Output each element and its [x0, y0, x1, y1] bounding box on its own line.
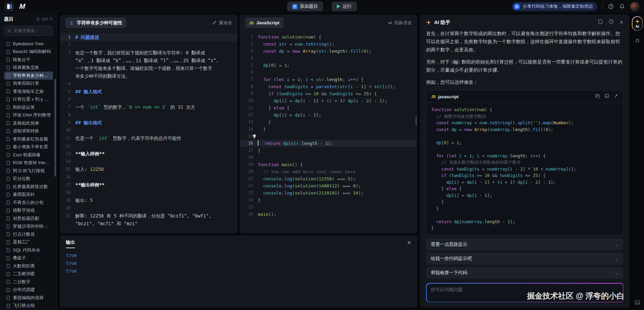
sidebar-problem-item[interactable]: 进制求和转换: [4, 127, 53, 135]
code-editor[interactable]: 1function solution(num) {2 const str = n…: [240, 31, 417, 218]
sidebar-problem-item[interactable]: 暴雨梨花针: [4, 191, 53, 199]
sidebar-problem-item[interactable]: 最小替换子串长度: [4, 143, 53, 151]
sidebar-problem-item[interactable]: 分布式团建: [4, 286, 53, 294]
output-log-line: true: [60, 259, 417, 267]
close-icon[interactable]: ✕: [619, 20, 623, 25]
sidebar-problem-item[interactable]: 简单四则计算: [4, 80, 53, 88]
sidebar-problem-item[interactable]: 二分数字: [4, 278, 53, 286]
sidebar-problem-item[interactable]: 环状 DNA 序列整理: [4, 111, 53, 120]
problem-item-label: 阿 D 的飞行路线: [13, 168, 45, 174]
sidebar-problem-item[interactable]: Bytedance Tree: [4, 40, 53, 48]
code-token: length: [327, 77, 343, 82]
send-icon[interactable]: [614, 293, 620, 300]
code-token: dp: [283, 141, 288, 146]
ai-chat-message-area[interactable]: 首先，在计算两个数字组成的两位数时，可以避免每次都进行字符串转换和数字解析操作。…: [421, 29, 629, 235]
code-token: .: [487, 120, 490, 125]
sidebar-problem-item[interactable]: 穿越沙漠的补给次数: [4, 223, 53, 231]
sidebar-problem-item[interactable]: 比赛最高获胜次数: [4, 183, 53, 191]
notifications-bell-icon[interactable]: [619, 3, 625, 9]
description-editor[interactable]: 1# 问题描述23给定一个数字，我们按照如下规则把它翻译为字符串: 0 翻译成“…: [60, 31, 237, 228]
magic-wand-icon[interactable]: [614, 94, 618, 100]
line-number: [60, 220, 75, 228]
history-icon[interactable]: [609, 19, 614, 26]
user-avatar[interactable]: [630, 2, 639, 11]
chat-input[interactable]: [431, 287, 619, 299]
output-tab[interactable]: 输出: [66, 239, 75, 246]
code-token: const: [431, 166, 456, 172]
language-tab[interactable]: JS JavaScript: [245, 18, 283, 28]
bottom-panel-toggle-icon[interactable]: [635, 300, 640, 307]
run-button[interactable]: 运行: [332, 2, 357, 11]
close-icon[interactable]: ✕: [407, 240, 411, 246]
sidebar-problem-item[interactable]: 二叉树供暖: [4, 270, 53, 278]
sidebar-problem-item[interactable]: SQL 代码补全: [4, 246, 53, 254]
sidebar-problem-item[interactable]: 阿 D 的飞行路线: [4, 167, 53, 175]
ai-assistant-toggle[interactable]: AI: [632, 16, 643, 31]
sidebar-problem-item[interactable]: 不再贪心的小包: [4, 199, 53, 207]
run-label: 运行: [343, 3, 352, 9]
suggestion-chip[interactable]: 需要一点思路提示→: [426, 239, 623, 250]
code-token: -: [358, 98, 366, 103]
line-number: 10: [240, 97, 258, 104]
sidebar-problem-item[interactable]: 拿到最多红包金额: [4, 135, 53, 143]
sidebar-problem-item[interactable]: 和的逆运算: [4, 103, 53, 111]
description-line: 20: [60, 204, 237, 212]
code-token: =: [472, 120, 479, 125]
code-editor-panel: JS JavaScript ⇄ 切换语言 1function solution(…: [240, 15, 417, 233]
sidebar-problem-item[interactable]: 及格如此简单: [4, 119, 53, 127]
help-icon[interactable]: [608, 3, 614, 9]
copy-icon[interactable]: [595, 94, 600, 100]
sidebar-scrollbar[interactable]: [54, 79, 56, 177]
topbar: M + 添加题目 运行 ≣ 分享代码练习体验，领限量定制周边: [0, 0, 644, 13]
code-token: dp: [279, 49, 284, 54]
description-panel: 字符串有多少种可能性 重命名 1# 问题描述23给定一个数字，我们按照如下规则把…: [60, 15, 237, 233]
sidebar-problem-item[interactable]: 计算位置 x 到 y 的...: [4, 96, 53, 104]
sidebar-problem-item[interactable]: 青海湖租车之旅: [4, 87, 53, 96]
file-icon: [6, 288, 10, 292]
sidebar-problem-item[interactable]: 猜数字游戏: [4, 207, 53, 215]
debug-bug-icon[interactable]: [635, 37, 640, 45]
marscode-logo[interactable]: M: [19, 2, 25, 10]
add-file-icon: +: [292, 4, 297, 9]
search-input[interactable]: [14, 28, 50, 33]
sidebar-problem-item[interactable]: 打点计数器: [4, 230, 53, 238]
code-token: solution: [454, 107, 474, 112]
sidebar-problem-item[interactable]: 番茄编辑的选择: [4, 294, 53, 302]
code-token: 1: [485, 180, 487, 185]
promo-banner[interactable]: ≣ 分享代码练习体验，领限量定制周边: [512, 2, 597, 11]
code-token: twoDigits: [500, 173, 523, 178]
sidebar-problem-item[interactable]: 创意标题匹配: [4, 214, 53, 223]
chat-input-box[interactable]: [427, 284, 623, 302]
sidebar-problem-item[interactable]: RGB 色值转 Integer: [4, 159, 53, 167]
line-content: const twoDigits = parseInt(str[i - 1] + …: [258, 83, 395, 90]
search-box[interactable]: [4, 26, 53, 36]
sidebar-problem-item[interactable]: 字符串有多少种可能性: [4, 72, 53, 80]
lightbulb-hint-icon[interactable]: [252, 134, 256, 141]
suggestion-chip[interactable]: 帮我检查一下代码→: [426, 267, 623, 279]
sidebar-problem-item[interactable]: 百分位数: [4, 175, 53, 183]
panel-resize-handle[interactable]: [416, 117, 417, 125]
line-content: 给定一个数字，我们按照如下规则把它翻译为字符串: 0 翻译成: [75, 49, 205, 57]
add-problem-button[interactable]: + 添加题目: [287, 2, 323, 11]
code-token: -: [305, 112, 313, 118]
problem-item-label: Base32 编码和解码: [13, 49, 51, 55]
problem-title-tab[interactable]: 字符串有多少种可能性: [65, 18, 126, 28]
problem-item-label: 大数和距离: [13, 263, 35, 269]
suggestion-chip[interactable]: 给我一些代码提示吧→: [426, 253, 623, 264]
sidebar-problem-item[interactable]: 飞行棋分组: [4, 302, 53, 310]
sidebar-problem-item[interactable]: Base32 编码和解码: [4, 48, 53, 56]
app-logo-icon[interactable]: [5, 2, 14, 11]
sidebar-problem-item[interactable]: 大数和距离: [4, 262, 53, 270]
code-token: );: [551, 180, 556, 185]
sidebar-problem-item[interactable]: 链表聚集交换: [4, 64, 53, 72]
insert-code-icon[interactable]: [604, 94, 609, 100]
sidebar-problem-item[interactable]: 猫鱼分干: [4, 56, 53, 64]
new-chat-icon[interactable]: [598, 19, 603, 26]
sidebar-problem-item[interactable]: Cion 勒索病毒: [4, 151, 53, 159]
rename-button[interactable]: 重命名: [212, 20, 232, 26]
code-token: i: [568, 166, 571, 172]
sidebar-problem-item[interactable]: 叠盘子: [4, 254, 53, 262]
sidebar-problem-item[interactable]: 蛋糕工厂: [4, 238, 53, 247]
switch-language-button[interactable]: ⇄ 切换语言: [388, 20, 412, 26]
line-number: 22: [240, 182, 258, 189]
